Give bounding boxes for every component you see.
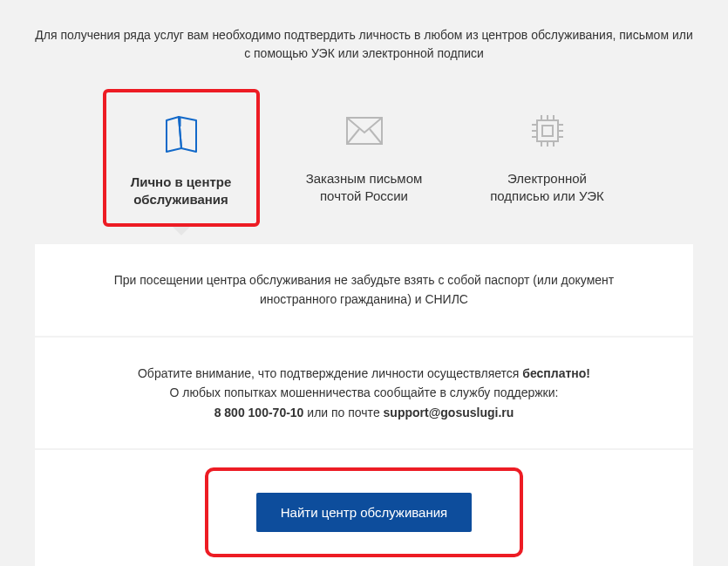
verification-options: Лично в центре обслуживания Заказным пис…	[35, 89, 693, 227]
notice-section: Обратите внимание, что подтверждение лич…	[35, 338, 693, 450]
support-mid: или по почте	[303, 406, 383, 419]
option-in-person[interactable]: Лично в центре обслуживания	[103, 89, 260, 227]
reminder-text: При посещении центра обслуживания не заб…	[114, 273, 615, 306]
option-mail[interactable]: Заказным письмом почтой России	[286, 89, 443, 227]
svg-rect-2	[537, 120, 558, 141]
reminder-section: При посещении центра обслуживания не заб…	[35, 244, 693, 338]
option-esign-label: Электронной подписью или УЭК	[478, 170, 617, 204]
map-icon	[115, 110, 248, 158]
chip-icon	[478, 106, 617, 154]
find-center-button[interactable]: Найти центр обслуживания	[256, 493, 472, 532]
option-in-person-label: Лично в центре обслуживания	[115, 174, 248, 208]
option-mail-label: Заказным письмом почтой России	[295, 170, 434, 204]
support-email: support@gosuslugi.ru	[384, 406, 514, 419]
support-phone: 8 800 100-70-10	[214, 406, 304, 419]
notice-bold: бесплатно!	[522, 366, 590, 380]
notice-pre: Обратите внимание, что подтверждение лич…	[138, 366, 522, 380]
fraud-line: О любых попытках мошенничества сообщайте…	[87, 383, 641, 402]
cta-section: Найти центр обслуживания	[35, 450, 693, 566]
info-panel: При посещении центра обслуживания не заб…	[35, 244, 693, 566]
button-highlight: Найти центр обслуживания	[205, 467, 523, 557]
option-esignature[interactable]: Электронной подписью или УЭК	[469, 89, 626, 227]
svg-rect-3	[542, 126, 553, 136]
envelope-icon	[295, 106, 434, 154]
intro-text: Для получения ряда услуг вам необходимо …	[35, 26, 693, 63]
